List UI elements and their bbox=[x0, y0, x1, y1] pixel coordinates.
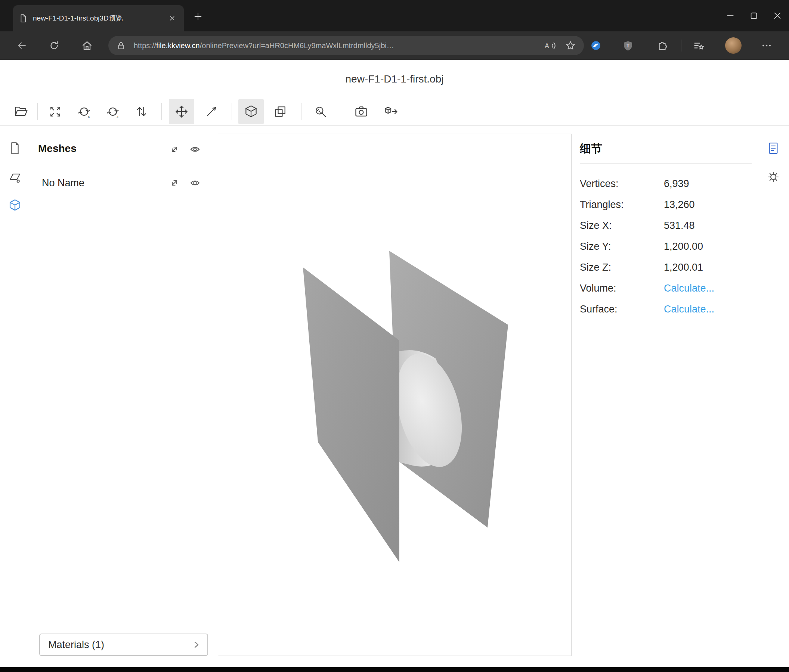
lock-icon bbox=[117, 41, 126, 50]
maximize-button[interactable] bbox=[742, 0, 765, 31]
toolbar-separator bbox=[232, 103, 232, 120]
back-icon[interactable] bbox=[13, 37, 30, 54]
rotate-z-icon[interactable]: z bbox=[100, 99, 126, 124]
chevron-right-icon bbox=[191, 639, 202, 650]
materials-button[interactable]: Materials (1) bbox=[39, 634, 208, 656]
slope-measure-icon[interactable] bbox=[199, 99, 224, 124]
details-row-volume: Volume: Calculate... bbox=[580, 278, 752, 299]
viewport-3d[interactable] bbox=[218, 134, 572, 656]
svg-text:A: A bbox=[545, 42, 549, 49]
visibility-all-eye-icon[interactable] bbox=[187, 142, 203, 157]
visibility-item-eye-icon[interactable] bbox=[187, 175, 203, 190]
svg-text:x: x bbox=[88, 114, 90, 119]
toolbar-separator bbox=[341, 103, 341, 120]
refresh-icon[interactable] bbox=[46, 37, 62, 54]
home-icon[interactable] bbox=[79, 37, 95, 54]
materials-button-label: Materials (1) bbox=[48, 639, 104, 651]
details-row-surface: Surface: Calculate... bbox=[580, 299, 752, 320]
mesh-list-item[interactable]: No Name bbox=[42, 177, 85, 189]
page-title: new-F1-D1-1-first.obj bbox=[0, 73, 789, 85]
meshes-header: Meshes bbox=[38, 143, 77, 154]
window-bottom-edge bbox=[0, 667, 789, 672]
translate-extension-icon[interactable] bbox=[588, 37, 604, 54]
tab-close-icon[interactable] bbox=[166, 12, 179, 25]
browser-tab-strip: new-F1-D1-1-first.obj3D预览 bbox=[0, 0, 789, 31]
favorite-star-icon[interactable] bbox=[565, 40, 576, 51]
details-header: 细节 bbox=[580, 141, 602, 156]
more-menu-icon[interactable] bbox=[759, 37, 775, 54]
favorites-bar-icon[interactable] bbox=[690, 37, 707, 54]
open-file-icon[interactable] bbox=[9, 99, 34, 124]
panel-divider bbox=[35, 626, 211, 626]
browser-toolbar: https://file.kkview.cn/onlinePreview?url… bbox=[0, 31, 789, 60]
move-tool-icon[interactable] bbox=[169, 99, 194, 124]
read-aloud-icon[interactable]: A bbox=[543, 40, 557, 51]
details-icon[interactable] bbox=[763, 138, 784, 159]
model-tree-icon[interactable] bbox=[5, 195, 26, 216]
orthographic-view-icon[interactable] bbox=[267, 99, 293, 124]
toolbar-separator bbox=[161, 103, 162, 120]
calculate-surface-link[interactable]: Calculate... bbox=[664, 304, 714, 315]
panel-divider bbox=[580, 164, 752, 164]
svg-text:z: z bbox=[117, 114, 118, 119]
model-3d[interactable] bbox=[218, 134, 571, 656]
tab-title: new-F1-D1-1-first.obj3D预览 bbox=[33, 13, 166, 23]
file-icon bbox=[18, 13, 28, 24]
panel-divider bbox=[35, 164, 211, 164]
viewer-toolbar: x z bbox=[0, 98, 789, 126]
model-left-plane bbox=[303, 267, 399, 562]
details-row-size-z: Size Z: 1,200.01 bbox=[580, 257, 752, 278]
address-bar[interactable]: https://file.kkview.cn/onlinePreview?url… bbox=[109, 36, 584, 55]
details-row-triangles: Triangles: 13,260 bbox=[580, 194, 752, 215]
extensions-puzzle-icon[interactable] bbox=[653, 37, 670, 54]
flip-vertical-icon[interactable] bbox=[129, 99, 154, 124]
minimize-button[interactable] bbox=[719, 0, 742, 31]
materials-icon[interactable] bbox=[5, 167, 26, 188]
svg-text:T: T bbox=[626, 43, 630, 49]
measure-icon[interactable] bbox=[308, 99, 333, 124]
close-button[interactable] bbox=[765, 0, 789, 31]
window-controls bbox=[719, 0, 789, 31]
fit-view-icon[interactable] bbox=[43, 99, 68, 124]
new-tab-icon[interactable] bbox=[190, 8, 206, 25]
tampermonkey-shield-icon[interactable]: T bbox=[620, 37, 636, 54]
profile-avatar[interactable] bbox=[725, 37, 741, 54]
details-row-size-y: Size Y: 1,200.00 bbox=[580, 236, 752, 257]
details-row-size-x: Size X: 531.48 bbox=[580, 215, 752, 236]
fit-all-icon[interactable] bbox=[167, 142, 182, 157]
toolbar-divider bbox=[681, 40, 681, 51]
rotate-x-icon[interactable]: x bbox=[71, 99, 97, 124]
toolbar-separator bbox=[301, 103, 302, 120]
toolbar-separator bbox=[37, 103, 38, 120]
export-icon[interactable] bbox=[379, 99, 404, 124]
details-row-vertices: Vertices: 6,939 bbox=[580, 173, 752, 194]
calculate-volume-link[interactable]: Calculate... bbox=[664, 283, 714, 294]
fit-item-icon[interactable] bbox=[167, 175, 182, 190]
document-icon[interactable] bbox=[5, 138, 26, 159]
perspective-view-icon[interactable] bbox=[238, 99, 264, 124]
browser-tab[interactable]: new-F1-D1-1-first.obj3D预览 bbox=[13, 5, 184, 31]
url-text[interactable]: https://file.kkview.cn/onlinePreview?url… bbox=[134, 41, 535, 50]
screenshot-icon[interactable] bbox=[348, 99, 374, 124]
settings-gear-icon[interactable] bbox=[763, 167, 784, 188]
